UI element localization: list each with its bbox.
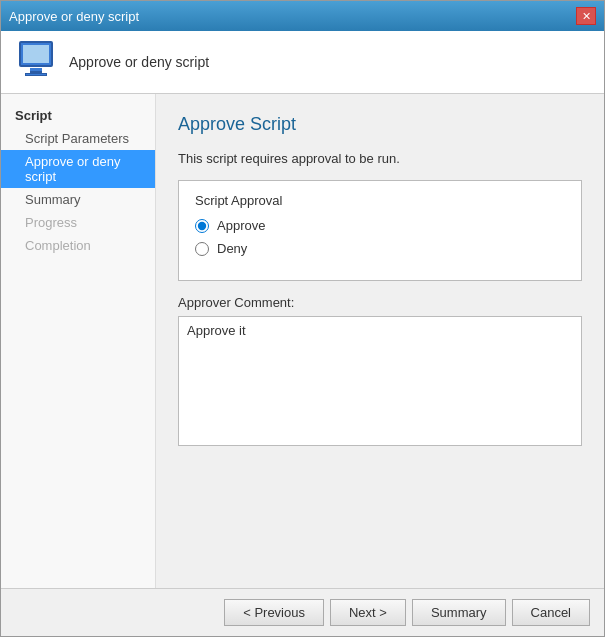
comment-label: Approver Comment: <box>178 295 582 310</box>
window-title: Approve or deny script <box>9 9 139 24</box>
sidebar: Script Script Parameters Approve or deny… <box>1 94 156 588</box>
approve-label: Approve <box>217 218 265 233</box>
panel-title: Approve Script <box>178 114 582 135</box>
info-text: This script requires approval to be run. <box>178 151 582 166</box>
header-bar: Approve or deny script <box>1 31 604 94</box>
sidebar-item-script-parameters[interactable]: Script Parameters <box>1 127 155 150</box>
header-text: Approve or deny script <box>69 54 209 70</box>
previous-button[interactable]: < Previous <box>224 599 324 626</box>
script-approval-group: Script Approval Approve Deny <box>178 180 582 281</box>
summary-button[interactable]: Summary <box>412 599 506 626</box>
sidebar-item-approve-or-deny-script[interactable]: Approve or deny script <box>1 150 155 188</box>
deny-radio[interactable] <box>195 242 209 256</box>
deny-option[interactable]: Deny <box>195 241 565 256</box>
deny-label: Deny <box>217 241 247 256</box>
comment-section: Approver Comment: Approve it <box>178 295 582 449</box>
close-button[interactable]: ✕ <box>576 7 596 25</box>
sidebar-item-completion: Completion <box>1 234 155 257</box>
approve-option[interactable]: Approve <box>195 218 565 233</box>
group-box-label: Script Approval <box>195 193 565 208</box>
main-window: Approve or deny script ✕ Approve or deny… <box>0 0 605 637</box>
footer: < Previous Next > Summary Cancel <box>1 588 604 636</box>
comment-textarea[interactable]: Approve it <box>178 316 582 446</box>
sidebar-item-progress: Progress <box>1 211 155 234</box>
next-button[interactable]: Next > <box>330 599 406 626</box>
titlebar-controls: ✕ <box>576 7 596 25</box>
content-area: Script Script Parameters Approve or deny… <box>1 94 604 588</box>
approve-radio[interactable] <box>195 219 209 233</box>
sidebar-section-label: Script <box>1 104 155 127</box>
sidebar-item-summary[interactable]: Summary <box>1 188 155 211</box>
titlebar: Approve or deny script ✕ <box>1 1 604 31</box>
main-panel: Approve Script This script requires appr… <box>156 94 604 588</box>
computer-icon <box>15 41 57 83</box>
cancel-button[interactable]: Cancel <box>512 599 590 626</box>
